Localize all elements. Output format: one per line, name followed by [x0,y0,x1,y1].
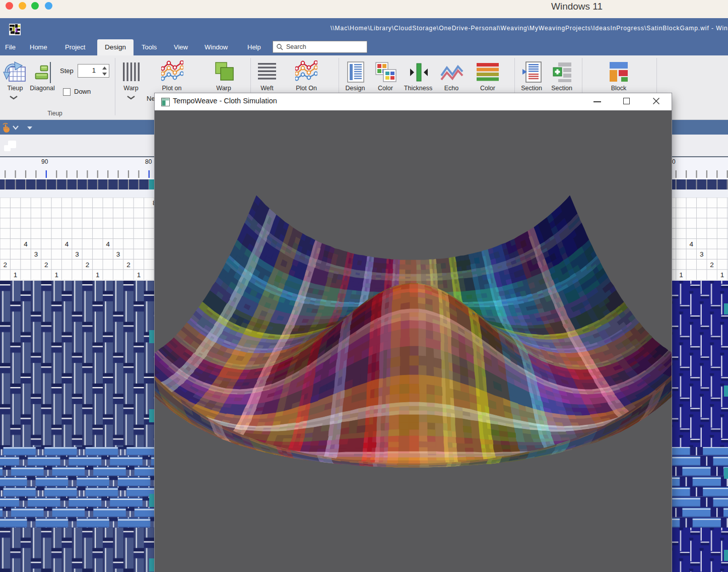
svg-text:2: 2 [126,261,130,269]
svg-text:4: 4 [24,240,28,248]
svg-text:2: 2 [86,261,90,269]
svg-text:3: 3 [116,250,120,258]
svg-text:1: 1 [96,271,100,279]
svg-text:3: 3 [75,250,79,258]
svg-text:1: 1 [720,271,724,279]
svg-text:4: 4 [65,240,69,248]
svg-text:3: 3 [34,250,38,258]
svg-text:2: 2 [44,261,48,269]
svg-text:1: 1 [137,271,141,279]
svg-text:2: 2 [710,261,714,269]
svg-text:1: 1 [14,271,18,279]
svg-text:2: 2 [3,261,7,269]
svg-text:1: 1 [54,271,58,279]
svg-text:1: 1 [679,271,683,279]
svg-text:3: 3 [700,250,704,258]
svg-text:4: 4 [106,240,110,248]
svg-text:4: 4 [690,240,694,248]
